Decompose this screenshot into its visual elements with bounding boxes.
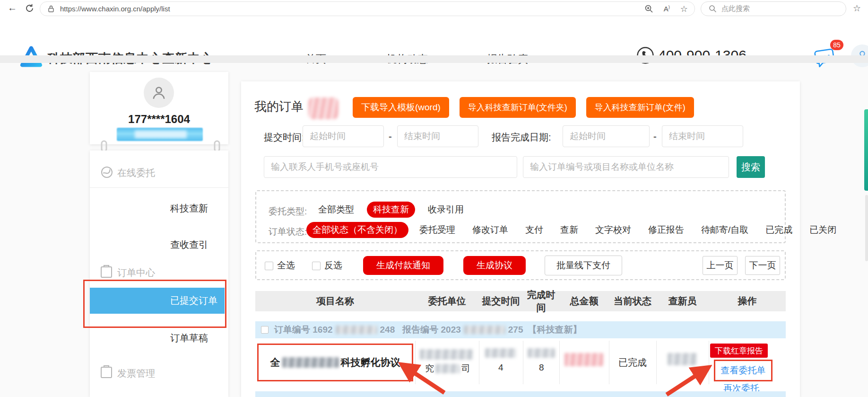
read-aloud-icon[interactable]: A) bbox=[664, 5, 670, 13]
back-icon[interactable]: ← bbox=[8, 3, 17, 12]
annotation-box-project: 全 科技孵化协议 bbox=[257, 344, 413, 381]
status-option-modify[interactable]: 修改订单 bbox=[466, 222, 514, 238]
select-all-group: 全选 反选 生成付款通知 生成协议 批量线下支付 bbox=[265, 256, 622, 275]
col-status: 当前状态 bbox=[609, 295, 656, 308]
generate-payment-button[interactable]: 生成付款通知 bbox=[363, 256, 443, 275]
browser-search-placeholder: 点此搜索 bbox=[721, 4, 750, 13]
browser-toolbar: ← https://www.chaxin.org.cn/apply/list A… bbox=[0, 0, 868, 18]
header-divider-band bbox=[0, 55, 868, 63]
order-group-checkbox[interactable] bbox=[261, 326, 269, 334]
sidebar-item-citation-check[interactable]: 查收查引 bbox=[170, 238, 208, 251]
submit-start-input[interactable] bbox=[303, 125, 384, 147]
address-bar[interactable]: https://www.chaxin.org.cn/apply/list A) … bbox=[40, 1, 695, 16]
col-amount: 总金额 bbox=[559, 295, 609, 308]
col-divider bbox=[609, 341, 609, 384]
offline-pay-button[interactable]: 批量线下支付 bbox=[545, 256, 622, 275]
top-buttons-row: 下载导入模板(word) 导入科技查新订单(文件夹) 导入科技查新订单(文件) bbox=[353, 97, 694, 118]
submit-end-input[interactable] bbox=[397, 125, 478, 147]
sidebar-item-order-draft[interactable]: 订单草稿 bbox=[170, 332, 208, 344]
status-option-mail[interactable]: 待邮寄/自取 bbox=[695, 222, 755, 238]
col-divider bbox=[559, 341, 560, 384]
status-option-revise[interactable]: 修正报告 bbox=[642, 222, 690, 238]
order-status-options: 全部状态（不含关闭） 委托受理 修改订单 支付 查新 文字校对 修正报告 待邮寄… bbox=[306, 222, 842, 238]
status-option-finished[interactable]: 已完成 bbox=[759, 222, 799, 238]
right-edge-widget-bar[interactable] bbox=[864, 109, 868, 191]
col-submit-time: 提交时间 bbox=[479, 295, 523, 308]
submit-time-redacted bbox=[485, 348, 516, 358]
type-option-tech-novelty[interactable]: 科技查新 bbox=[367, 202, 415, 218]
col-actions: 操作 bbox=[709, 295, 786, 308]
submit-time-label: 提交时间: bbox=[264, 131, 304, 144]
amount-redacted bbox=[564, 353, 603, 366]
pagination-group: 上一页 下一页 bbox=[703, 256, 780, 275]
order-keyword-input[interactable] bbox=[523, 156, 729, 178]
next-group-strip bbox=[255, 391, 786, 397]
examiner-redacted bbox=[668, 353, 697, 365]
download-template-button[interactable]: 下载导入模板(word) bbox=[353, 97, 449, 118]
favorite-star-icon[interactable]: ☆ bbox=[680, 4, 688, 14]
view-order-link[interactable]: 查看委托单 bbox=[721, 364, 766, 377]
order-status-value: 已完成 bbox=[618, 356, 647, 369]
import-order-folder-button[interactable]: 导入科技查新订单(文件夹) bbox=[460, 97, 576, 118]
url-text: https://www.chaxin.org.cn/apply/list bbox=[60, 5, 170, 13]
browser-search-box[interactable]: 点此搜索 bbox=[701, 1, 846, 16]
sidebar-section-invoice: 发票管理 bbox=[117, 367, 155, 380]
col-divider bbox=[709, 341, 709, 384]
order-no-prefix: 订单编号 1692 bbox=[274, 324, 333, 336]
status-option-proofread[interactable]: 文字校对 bbox=[589, 222, 637, 238]
date-dash-2: - bbox=[653, 131, 657, 142]
client-line2-prefix: 究 bbox=[425, 362, 434, 375]
col-project-name: 项目名称 bbox=[255, 295, 415, 308]
entrust-type-options: 全部类型 科技查新 收录引用 bbox=[312, 202, 470, 218]
sidebar-item-tech-novelty[interactable]: 科技查新 bbox=[170, 202, 208, 215]
status-option-pay[interactable]: 支付 bbox=[519, 222, 549, 238]
zoom-in-icon[interactable] bbox=[644, 4, 653, 13]
type-option-all[interactable]: 全部类型 bbox=[312, 202, 360, 218]
page-title: 我的订单 bbox=[254, 98, 304, 115]
report-start-input[interactable] bbox=[563, 125, 650, 147]
select-all-checkbox[interactable] bbox=[265, 262, 273, 270]
status-option-accepted[interactable]: 委托受理 bbox=[413, 222, 461, 238]
col-divider bbox=[523, 341, 523, 384]
screen: ← https://www.chaxin.org.cn/apply/list A… bbox=[0, 0, 868, 397]
site-header: 科技部西南信息中心查新中心 首页 机构动态 报告验真 400-900-1306 … bbox=[0, 17, 868, 55]
status-option-all[interactable]: 全部状态（不含关闭） bbox=[306, 222, 408, 238]
chat-unread-badge: 85 bbox=[830, 40, 843, 50]
status-option-novelty[interactable]: 查新 bbox=[554, 222, 584, 238]
sidebar-divider bbox=[90, 187, 228, 188]
type-option-citation[interactable]: 收录引用 bbox=[422, 202, 470, 218]
refresh-icon[interactable] bbox=[25, 3, 35, 13]
sidebar-item-submitted-orders-label: 已提交订单 bbox=[170, 294, 217, 307]
col-divider bbox=[656, 341, 657, 384]
col-examiner: 查新员 bbox=[656, 295, 709, 308]
scrollbar-thumb[interactable] bbox=[865, 195, 868, 261]
project-name-redacted bbox=[282, 357, 339, 368]
col-divider bbox=[479, 341, 479, 384]
col-finish-time: 完成时间 bbox=[523, 289, 559, 314]
download-stamped-report-button[interactable]: 下载红章报告 bbox=[710, 344, 768, 358]
report-end-input[interactable] bbox=[662, 125, 743, 147]
status-option-closed[interactable]: 已关闭 bbox=[803, 222, 842, 238]
invert-select-checkbox[interactable] bbox=[312, 262, 321, 270]
generate-agreement-button[interactable]: 生成协议 bbox=[463, 256, 526, 275]
order-type-tag: 【科技查新】 bbox=[528, 324, 582, 336]
finish-time-visible: 8 bbox=[539, 362, 544, 373]
search-button[interactable]: 搜索 bbox=[737, 156, 765, 178]
sidebar-avatar-icon bbox=[144, 78, 174, 108]
project-name-suffix[interactable]: 科技孵化协议 bbox=[341, 356, 400, 369]
import-order-file-button[interactable]: 导入科技查新订单(文件) bbox=[586, 97, 694, 118]
submit-time-visible: 4 bbox=[498, 362, 503, 373]
select-all-label[interactable]: 全选 bbox=[277, 259, 295, 272]
client-name-line2: 究 司 bbox=[420, 362, 476, 375]
entrust-type-label: 委托类型: bbox=[269, 205, 307, 218]
prev-page-button[interactable]: 上一页 bbox=[703, 256, 738, 275]
favorites-list-icon[interactable]: ☆ bbox=[853, 3, 861, 14]
project-name-prefix[interactable]: 全 bbox=[270, 356, 280, 369]
order-status-label: 订单状态: bbox=[269, 226, 307, 238]
invert-select-label[interactable]: 反选 bbox=[324, 259, 342, 272]
contact-phone-input[interactable] bbox=[264, 156, 517, 178]
next-page-button[interactable]: 下一页 bbox=[745, 256, 780, 275]
invoice-icon bbox=[100, 365, 113, 379]
lock-icon bbox=[48, 5, 54, 13]
col-client: 委托单位 bbox=[415, 295, 479, 308]
